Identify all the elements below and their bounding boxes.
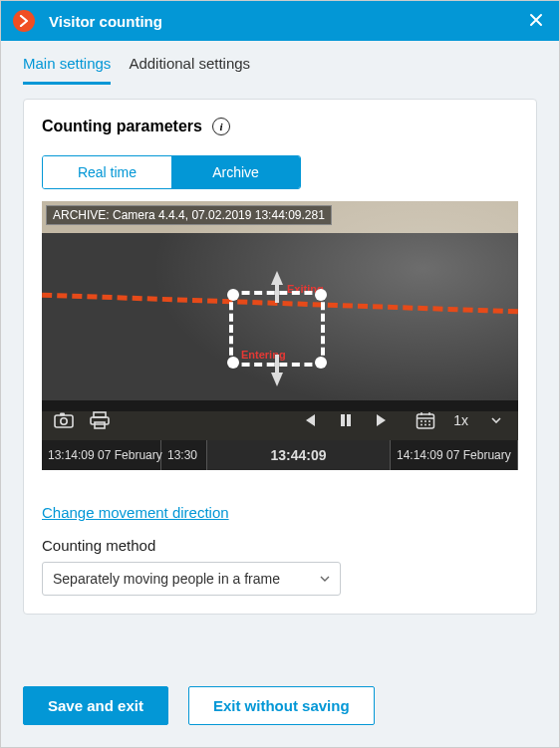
svg-point-12 xyxy=(420,420,422,422)
card-title-row: Counting parameters i xyxy=(42,118,518,135)
counting-method-value: Separately moving people in a frame xyxy=(53,571,280,587)
timeline[interactable]: 13:14:09 07 February 13:30 13:44:09 14:1… xyxy=(42,440,518,470)
timeline-end: 14:14:09 07 February xyxy=(391,440,518,470)
step-forward-button[interactable] xyxy=(370,408,394,432)
svg-rect-7 xyxy=(347,414,351,426)
counting-method-select[interactable]: Separately moving people in a frame xyxy=(42,562,341,596)
window-title: Visitor counting xyxy=(49,13,162,30)
svg-point-1 xyxy=(61,418,67,424)
direction-arrow-up-icon xyxy=(271,271,283,285)
speed-dropdown-icon[interactable] xyxy=(484,408,508,432)
direction-arrow-down-icon xyxy=(271,373,283,386)
svg-rect-6 xyxy=(341,414,345,426)
resize-handle-tl[interactable] xyxy=(227,289,239,301)
svg-rect-5 xyxy=(95,422,105,428)
footer: Save and exit Exit without saving xyxy=(1,668,559,747)
link-row: Change movement direction xyxy=(42,504,518,521)
snapshot-button[interactable] xyxy=(52,408,76,432)
step-back-button[interactable] xyxy=(298,408,322,432)
exit-without-saving-button[interactable]: Exit without saving xyxy=(188,686,375,725)
resize-handle-bl[interactable] xyxy=(227,357,239,369)
tabs: Main settings Additional settings xyxy=(1,41,559,85)
mode-archive-button[interactable]: Archive xyxy=(171,156,300,188)
selection-box[interactable] xyxy=(229,291,325,367)
info-icon[interactable]: i xyxy=(212,118,230,135)
svg-rect-2 xyxy=(60,413,65,416)
save-and-exit-button[interactable]: Save and exit xyxy=(23,686,168,725)
title-bar: Visitor counting xyxy=(1,1,559,41)
svg-point-16 xyxy=(424,424,426,426)
app-logo-icon xyxy=(13,10,35,32)
timeline-start: 13:14:09 07 February xyxy=(42,440,161,470)
svg-rect-4 xyxy=(91,417,109,424)
pause-button[interactable] xyxy=(334,408,358,432)
print-button[interactable] xyxy=(88,408,112,432)
tab-additional-settings[interactable]: Additional settings xyxy=(129,55,250,85)
mode-realtime-button[interactable]: Real time xyxy=(43,156,171,188)
svg-point-15 xyxy=(420,424,422,426)
timeline-current[interactable]: 13:44:09 xyxy=(207,440,391,470)
resize-handle-tr[interactable] xyxy=(315,289,327,301)
resize-handle-br[interactable] xyxy=(315,357,327,369)
mode-segmented-control: Real time Archive xyxy=(42,155,301,189)
svg-point-13 xyxy=(424,420,426,422)
video-preview[interactable]: ARCHIVE: Camera 4.4.4, 07.02.2019 13:44:… xyxy=(42,201,518,470)
svg-rect-0 xyxy=(55,415,73,427)
timeline-tick: 13:30 xyxy=(161,440,207,470)
archive-overlay-label: ARCHIVE: Camera 4.4.4, 07.02.2019 13:44:… xyxy=(46,205,332,225)
playback-speed[interactable]: 1x xyxy=(453,412,468,428)
close-button[interactable] xyxy=(525,9,547,34)
chevron-down-icon xyxy=(320,576,330,582)
video-controls-bar: 1x xyxy=(42,400,518,440)
tab-main-settings[interactable]: Main settings xyxy=(23,55,111,85)
svg-point-14 xyxy=(428,420,430,422)
card-title: Counting parameters xyxy=(42,118,202,135)
calendar-button[interactable] xyxy=(414,408,437,432)
change-direction-link[interactable]: Change movement direction xyxy=(42,504,229,521)
svg-point-17 xyxy=(428,424,430,426)
content-area: Counting parameters i Real time Archive … xyxy=(1,85,559,668)
counting-parameters-card: Counting parameters i Real time Archive … xyxy=(23,99,537,615)
dialog-window: { "window": { "title": "Visitor counting… xyxy=(0,0,560,748)
counting-method-label: Counting method xyxy=(42,537,518,554)
